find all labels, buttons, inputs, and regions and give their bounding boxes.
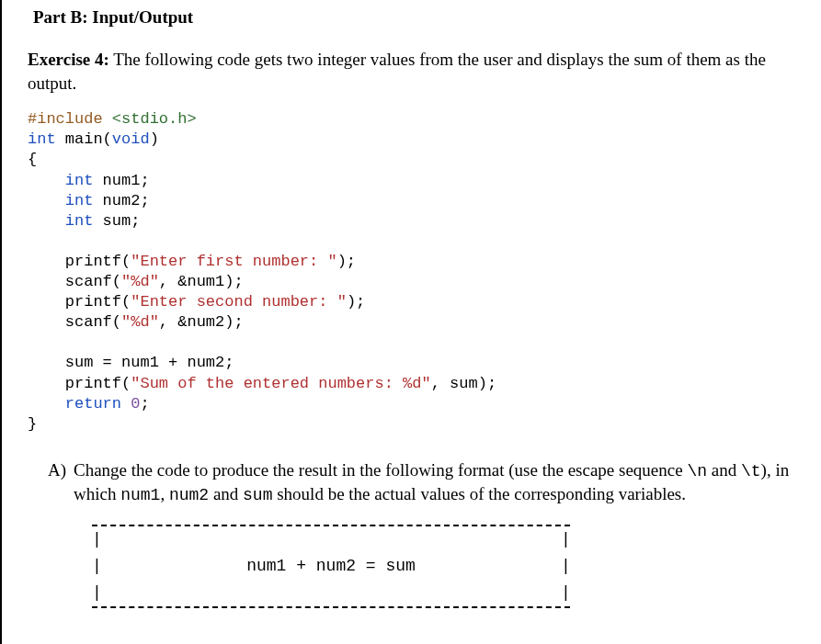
code-token: num1; <box>93 172 149 189</box>
code-token: { <box>28 151 37 168</box>
code-indent <box>28 172 65 189</box>
code-indent <box>28 293 65 311</box>
output-row: | | <box>92 580 570 606</box>
code-token: sum = num1 + num2; <box>65 354 234 371</box>
exercise-text: The following code gets two integer valu… <box>28 50 766 93</box>
code-token: ; <box>140 395 149 412</box>
code-indent <box>28 253 65 270</box>
box-formula: num1 + num2 = sum <box>101 553 561 580</box>
sub-question-marker: A) <box>48 458 74 507</box>
code-token: main( <box>56 130 112 148</box>
code-token: scanf( <box>65 313 121 331</box>
text: and <box>707 460 741 480</box>
code-token: ); <box>337 253 356 270</box>
box-empty <box>101 526 561 553</box>
box-empty <box>101 580 561 606</box>
escape-seq: \n <box>687 462 707 480</box>
code-token: sum; <box>93 212 140 230</box>
code-indent <box>28 192 65 209</box>
code-token: , &num2); <box>159 313 244 331</box>
text: and <box>209 484 243 503</box>
output-row: | | <box>92 526 570 553</box>
code-token: , &num1); <box>159 273 244 290</box>
code-token: ); <box>347 293 365 311</box>
escape-seq: \t <box>741 462 761 480</box>
code-token: "%d" <box>121 273 159 290</box>
sub-question-body: Change the code to produce the result in… <box>74 458 803 507</box>
code-token: return <box>65 395 121 412</box>
code-indent <box>28 273 65 290</box>
var-name: num1 <box>120 486 160 504</box>
section-title: Part B: Input/Output <box>33 7 803 28</box>
sub-question-a: A) Change the code to produce the result… <box>48 458 803 507</box>
code-token: printf( <box>65 293 131 311</box>
code-token: "Enter second number: " <box>131 293 347 311</box>
box-border: | <box>92 580 101 606</box>
text: , <box>160 484 169 503</box>
code-token: 0 <box>131 395 140 412</box>
code-indent <box>28 313 65 331</box>
text: Change the code to produce the result in… <box>74 460 687 480</box>
code-token: int <box>65 212 94 230</box>
box-border: | <box>561 580 570 606</box>
code-token: scanf( <box>65 273 121 290</box>
code-indent <box>28 375 65 392</box>
code-token: int <box>65 172 94 189</box>
code-token: num2; <box>93 192 149 209</box>
code-token: , sum); <box>431 375 496 392</box>
code-token: printf( <box>65 253 131 270</box>
box-border: | <box>561 526 570 553</box>
text: should be the actual values of the corre… <box>272 484 686 503</box>
box-border: | <box>92 526 101 553</box>
code-token: } <box>28 415 37 433</box>
code-token: void <box>112 130 150 148</box>
exercise-prompt: Exercise 4: The following code gets two … <box>28 48 803 95</box>
box-border: | <box>561 553 570 580</box>
code-indent <box>28 354 65 371</box>
code-token: <stdio.h> <box>103 110 197 128</box>
code-token: int <box>28 130 56 148</box>
box-border: | <box>92 553 101 580</box>
exercise-label: Exercise 4: <box>28 50 109 69</box>
code-token: "%d" <box>121 313 159 331</box>
code-token: "Enter first number: " <box>131 253 336 270</box>
code-token: "Sum of the entered numbers: %d" <box>131 375 430 392</box>
code-indent <box>28 395 65 412</box>
output-row: | num1 + num2 = sum | <box>92 553 570 580</box>
var-name: num2 <box>169 486 209 504</box>
code-token: printf( <box>65 375 131 392</box>
divider <box>92 606 570 608</box>
code-token: int <box>65 192 94 209</box>
var-name: sum <box>243 486 272 504</box>
code-indent <box>28 212 65 230</box>
code-block: #include <stdio.h> int main(void) { int … <box>28 109 803 435</box>
code-token: #include <box>28 110 103 128</box>
code-token: ) <box>150 130 159 148</box>
output-format-box: | | | num1 + num2 = sum | | | <box>92 525 570 607</box>
